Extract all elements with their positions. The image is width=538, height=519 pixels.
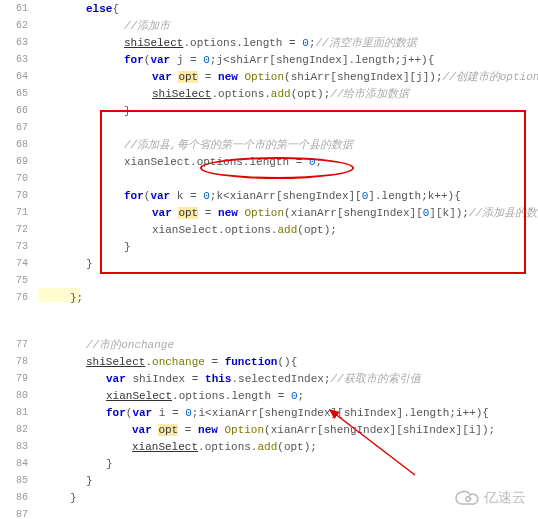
code-content: } — [34, 241, 538, 253]
code-line: 67 — [0, 119, 538, 136]
code-content: var opt = new Option(xianArr[shengIndex]… — [34, 424, 538, 436]
line-number: 69 — [0, 156, 34, 167]
line-number: 83 — [0, 441, 34, 452]
line-number: 72 — [0, 224, 34, 235]
code-line: 66} — [0, 102, 538, 119]
code-line: 63shiSelect.options.length = 0;//清空市里面的数… — [0, 34, 538, 51]
code-content: var opt = new Option(xianArr[shengIndex]… — [34, 205, 538, 220]
line-number: 77 — [0, 339, 34, 350]
code-line: 75 — [0, 272, 538, 289]
line-number: 85 — [0, 475, 34, 486]
line-number: 67 — [0, 122, 34, 133]
code-line: 61else{ — [0, 0, 538, 17]
code-content: } — [34, 258, 538, 270]
line-number: 71 — [0, 207, 34, 218]
code-line: 78shiSelect.onchange = function(){ — [0, 353, 538, 370]
line-number: 63 — [0, 37, 34, 48]
code-line: 71var opt = new Option(xianArr[shengInde… — [0, 204, 538, 221]
line-number: 73 — [0, 241, 34, 252]
code-content: xianSelect.options.length = 0; — [34, 156, 538, 168]
code-content: shiSelect.options.add(opt);//给市添加数据 — [34, 86, 538, 101]
code-content: } — [34, 458, 538, 470]
line-number: 65 — [0, 88, 34, 99]
line-number: 74 — [0, 258, 34, 269]
line-number: 86 — [0, 492, 34, 503]
code-content: for(var k = 0;k<xianArr[shengIndex][0].l… — [34, 190, 538, 202]
code-editor: 61else{62//添加市63shiSelect.options.length… — [0, 0, 538, 519]
line-number: 68 — [0, 139, 34, 150]
code-content: xianSelect.options.length = 0; — [34, 390, 538, 402]
code-line: 80xianSelect.options.length = 0; — [0, 387, 538, 404]
line-number: 84 — [0, 458, 34, 469]
code-content: for(var j = 0;j<shiArr[shengIndex].lengt… — [34, 54, 538, 66]
line-number: 79 — [0, 373, 34, 384]
code-content: shiSelect.onchange = function(){ — [34, 356, 538, 368]
code-line: 87 — [0, 506, 538, 519]
code-content: xianSelect.options.add(opt); — [34, 441, 538, 453]
code-line: 79var shiIndex = this.selectedIndex;//获取… — [0, 370, 538, 387]
code-content: //添加县,每个省的第一个市的第一个县的数据 — [34, 137, 538, 152]
code-content: //添加市 — [34, 18, 538, 33]
line-number: 87 — [0, 509, 34, 519]
code-content: shiSelect.options.length = 0;//清空市里面的数据 — [34, 35, 538, 50]
code-line: 77//市的onchange — [0, 336, 538, 353]
line-number: 80 — [0, 390, 34, 401]
line-number: 62 — [0, 20, 34, 31]
line-number: 70 — [0, 173, 34, 184]
code-line: 74} — [0, 255, 538, 272]
code-line: 73} — [0, 238, 538, 255]
code-content: var shiIndex = this.selectedIndex;//获取市的… — [34, 371, 538, 386]
line-number: 63 — [0, 54, 34, 65]
code-content: }; — [34, 292, 538, 304]
code-line: 63for(var j = 0;j<shiArr[shengIndex].len… — [0, 51, 538, 68]
code-content: for(var i = 0;i<xianArr[shengIndex][shiI… — [34, 407, 538, 419]
code-line: 68//添加县,每个省的第一个市的第一个县的数据 — [0, 136, 538, 153]
code-line: 69xianSelect.options.length = 0; — [0, 153, 538, 170]
code-content: else{ — [34, 3, 538, 15]
code-line: 72xianSelect.options.add(opt); — [0, 221, 538, 238]
code-content: } — [34, 475, 538, 487]
line-number: 75 — [0, 275, 34, 286]
code-line: 65shiSelect.options.add(opt);//给市添加数据 — [0, 85, 538, 102]
line-number: 81 — [0, 407, 34, 418]
code-line: 82var opt = new Option(xianArr[shengInde… — [0, 421, 538, 438]
code-line: 76}; — [0, 289, 538, 306]
watermark-text: 亿速云 — [484, 489, 526, 507]
code-line: 70 — [0, 170, 538, 187]
code-line: 62//添加市 — [0, 17, 538, 34]
code-line: 64var opt = new Option(shiArr[shengIndex… — [0, 68, 538, 85]
code-content: xianSelect.options.add(opt); — [34, 224, 538, 236]
code-content: var opt = new Option(shiArr[shengIndex][… — [34, 69, 538, 84]
line-number: 82 — [0, 424, 34, 435]
line-number: 64 — [0, 71, 34, 82]
code-line: 81for(var i = 0;i<xianArr[shengIndex][sh… — [0, 404, 538, 421]
code-line: 70for(var k = 0;k<xianArr[shengIndex][0]… — [0, 187, 538, 204]
code-line: 85} — [0, 472, 538, 489]
code-line: 84} — [0, 455, 538, 472]
code-content: //市的onchange — [34, 337, 538, 352]
watermark-logo: 亿速云 — [454, 489, 526, 507]
code-line: 83xianSelect.options.add(opt); — [0, 438, 538, 455]
line-number: 61 — [0, 3, 34, 14]
line-number: 70 — [0, 190, 34, 201]
line-number: 76 — [0, 292, 34, 303]
code-content: } — [34, 105, 538, 117]
line-number: 78 — [0, 356, 34, 367]
line-number: 66 — [0, 105, 34, 116]
